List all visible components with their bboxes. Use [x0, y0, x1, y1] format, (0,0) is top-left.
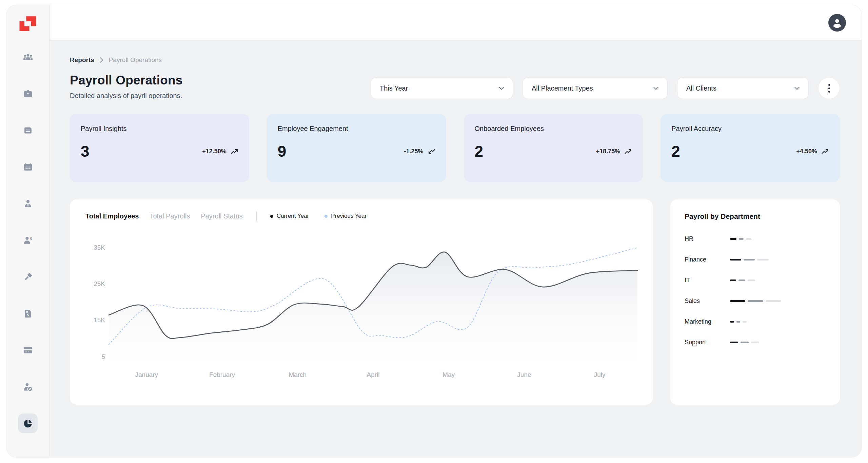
department-bar — [730, 342, 759, 343]
main-area: Reports Payroll Operations Payroll Opera… — [50, 5, 862, 457]
charts-row: Total Employees Total Payrolls Payroll S… — [70, 199, 840, 405]
sidebar-item-payments[interactable] — [18, 340, 38, 360]
topbar — [50, 5, 862, 41]
department-row: Support — [685, 339, 826, 346]
department-bar — [730, 259, 769, 261]
header-row: Payroll Operations Detailed analysis of … — [70, 73, 840, 100]
invoice-dollar-icon: $ — [23, 308, 33, 319]
stat-cards: Payroll Insights 3 +12.50% Employee Enga… — [70, 114, 840, 182]
user-dollar-icon: $ — [23, 235, 33, 246]
period-select[interactable]: This Year — [371, 77, 513, 99]
sidebar-item-reports[interactable] — [18, 413, 38, 433]
y-axis-label: 25K — [94, 280, 105, 287]
bar-segment — [739, 238, 744, 240]
department-row: Finance — [685, 256, 826, 263]
sidebar-item-compliance[interactable] — [18, 267, 38, 287]
stat-card-payroll-accuracy: Payroll Accuracy 2 +4.50% — [660, 114, 840, 182]
department-bar — [730, 279, 755, 281]
employee-icon — [23, 198, 33, 209]
placement-type-select[interactable]: All Placement Types — [522, 77, 668, 99]
stat-value: 2 — [671, 143, 680, 159]
bar-segment — [738, 279, 745, 281]
department-label: HR — [685, 235, 730, 243]
legend-dot-previous — [324, 215, 328, 218]
payroll-by-department-card: Payroll by Department HRFinanceITSalesMa… — [670, 199, 840, 405]
bar-segment — [730, 342, 738, 343]
x-axis-label: January — [135, 371, 158, 379]
tab-total-employees[interactable]: Total Employees — [85, 212, 139, 220]
bar-segment — [766, 300, 781, 302]
sidebar-item-employees[interactable] — [18, 194, 38, 213]
stat-card-employee-engagement: Employee Engagement 9 -1.25% — [267, 114, 446, 182]
department-label: Support — [685, 339, 730, 346]
tab-payroll-status[interactable]: Payroll Status — [201, 212, 242, 220]
sidebar-item-offboarding[interactable] — [18, 377, 38, 397]
department-label: Marketing — [685, 318, 730, 325]
department-panel-title: Payroll by Department — [685, 212, 826, 220]
stat-value: 3 — [81, 143, 90, 159]
sidebar-item-invoices[interactable]: $ — [18, 304, 38, 323]
bar-segment — [757, 259, 769, 261]
tab-total-payrolls[interactable]: Total Payrolls — [150, 212, 190, 220]
user-export-icon — [23, 382, 33, 392]
user-avatar-button[interactable] — [828, 14, 846, 32]
sidebar-item-documents[interactable] — [18, 120, 38, 140]
bar-segment — [730, 321, 734, 323]
legend-current-year: Current Year — [270, 213, 309, 219]
chart-header: Total Employees Total Payrolls Payroll S… — [80, 211, 643, 221]
stat-label: Payroll Insights — [81, 125, 238, 133]
trend-up-icon — [822, 149, 829, 154]
breadcrumb-reports-link[interactable]: Reports — [70, 56, 94, 64]
x-axis-label: July — [594, 371, 606, 379]
stat-value: 9 — [278, 143, 287, 159]
bar-segment — [730, 238, 736, 240]
trend-down-icon — [428, 149, 435, 154]
breadcrumb: Reports Payroll Operations — [70, 56, 840, 64]
chevron-down-icon — [499, 87, 504, 90]
page-header: Payroll Operations Detailed analysis of … — [70, 73, 183, 100]
y-axis-label: 5 — [101, 353, 105, 360]
divider — [256, 211, 257, 221]
app-frame: $ $ — [6, 5, 862, 458]
sidebar: $ $ — [6, 5, 50, 457]
stat-card-onboarded-employees: Onboarded Employees 2 +18.75% — [464, 114, 643, 182]
more-options-button[interactable] — [818, 77, 840, 99]
stat-label: Onboarded Employees — [475, 125, 632, 133]
svg-text:$: $ — [27, 313, 29, 316]
app-logo-icon[interactable] — [18, 14, 38, 34]
bar-segment — [741, 342, 749, 343]
bar-segment — [744, 259, 755, 261]
sidebar-item-calendar[interactable] — [18, 157, 38, 177]
breadcrumb-current: Payroll Operations — [109, 56, 162, 64]
department-row: Marketing — [685, 318, 826, 325]
chevron-right-icon — [100, 57, 103, 63]
bar-segment — [748, 279, 755, 281]
department-row: Sales — [685, 297, 826, 305]
bar-segment — [730, 279, 736, 281]
sidebar-item-jobs[interactable] — [18, 84, 38, 103]
stat-card-payroll-insights: Payroll Insights 3 +12.50% — [70, 114, 249, 182]
chevron-down-icon — [794, 87, 800, 90]
stat-change: +4.50% — [796, 148, 829, 155]
page-title: Payroll Operations — [70, 73, 183, 88]
department-label: IT — [685, 277, 730, 284]
x-axis-label: April — [367, 371, 379, 379]
clients-select-value: All Clients — [686, 84, 716, 92]
department-row: HR — [685, 235, 826, 243]
pie-chart-icon — [23, 418, 33, 429]
x-axis-label: May — [442, 371, 455, 379]
department-bar — [730, 238, 752, 240]
bar-segment — [736, 321, 740, 323]
stat-label: Employee Engagement — [278, 125, 435, 133]
total-employees-line-chart[interactable]: 35K25K15K5JanuaryFebruaryMarchAprilMayJu… — [80, 225, 643, 387]
payroll-dashboard-page: $ $ — [0, 0, 868, 463]
sidebar-item-payees[interactable]: $ — [18, 230, 38, 250]
sidebar-item-team[interactable] — [18, 47, 38, 67]
clients-select[interactable]: All Clients — [677, 77, 809, 99]
stat-value: 2 — [475, 143, 484, 159]
bar-segment — [746, 238, 752, 240]
bar-segment — [751, 342, 759, 343]
svg-text:$: $ — [29, 236, 32, 241]
trend-up-icon — [625, 149, 632, 154]
team-icon — [23, 52, 33, 62]
